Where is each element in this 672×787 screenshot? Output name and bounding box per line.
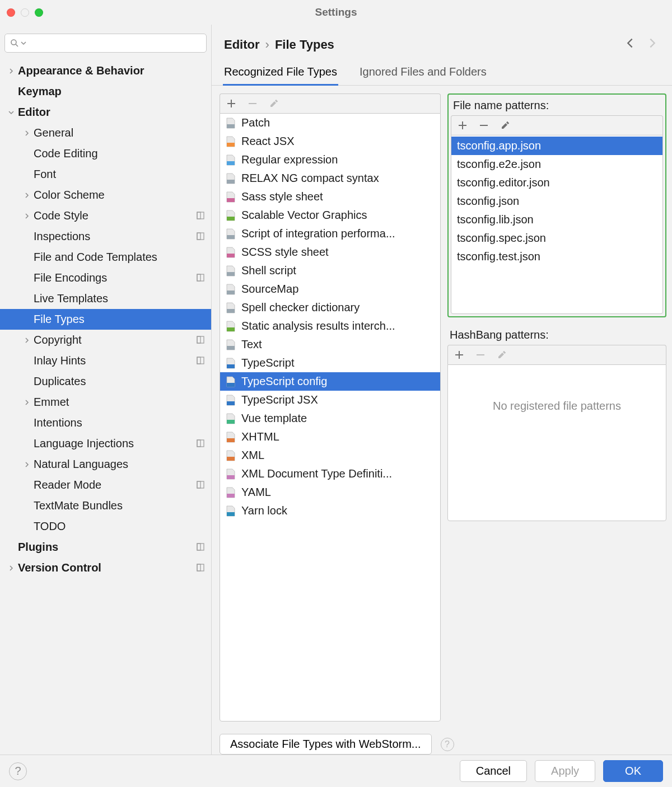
- tab[interactable]: Recognized File Types: [224, 60, 337, 85]
- tree-item[interactable]: TextMate Bundles: [0, 495, 211, 516]
- add-icon[interactable]: [227, 99, 236, 108]
- tree-item[interactable]: Code Editing: [0, 143, 211, 164]
- tree-item[interactable]: File Encodings: [0, 268, 211, 288]
- ok-button[interactable]: OK: [603, 760, 663, 782]
- filetype-row[interactable]: TypeScript JSX: [220, 391, 440, 409]
- chevron-right-icon: [22, 191, 31, 200]
- cancel-button[interactable]: Cancel: [460, 760, 527, 782]
- svg-rect-34: [227, 401, 235, 405]
- hashbang-list[interactable]: No registered file patterns: [447, 364, 666, 521]
- pattern-row[interactable]: tsconfig.app.json: [451, 137, 662, 155]
- remove-icon[interactable]: [476, 350, 485, 359]
- tree-item[interactable]: Font: [0, 164, 211, 185]
- filetype-label: TypeScript: [241, 357, 294, 369]
- back-button[interactable]: [624, 37, 636, 52]
- tree-item[interactable]: Color Scheme: [0, 185, 211, 205]
- file-pattern-label: File name patterns:: [451, 97, 663, 115]
- pattern-row[interactable]: tsconfig.lib.json: [451, 210, 662, 229]
- breadcrumb: Editor › File Types: [224, 38, 624, 52]
- chevron-down-icon: [21, 40, 26, 46]
- scope-icon: [197, 541, 204, 554]
- filetype-list[interactable]: PatchReact JSXRegular expressionRELAX NG…: [220, 113, 441, 722]
- edit-icon[interactable]: [269, 99, 278, 108]
- filetype-icon: [226, 339, 236, 350]
- edit-icon[interactable]: [497, 350, 506, 359]
- tree-item[interactable]: Inspections: [0, 226, 211, 247]
- add-icon[interactable]: [458, 121, 467, 130]
- remove-icon[interactable]: [248, 99, 257, 108]
- filetype-row[interactable]: Static analysis results interch...: [220, 317, 440, 335]
- edit-icon[interactable]: [501, 121, 510, 130]
- filetype-icon: [226, 376, 236, 387]
- search-input[interactable]: [4, 34, 207, 53]
- tree-item[interactable]: Copyright: [0, 330, 211, 350]
- tree-item[interactable]: File and Code Templates: [0, 247, 211, 268]
- svg-rect-18: [197, 564, 200, 571]
- tree-item[interactable]: Plugins: [0, 537, 211, 558]
- filetype-label: Patch: [241, 116, 270, 129]
- tree-item[interactable]: Inlay Hints: [0, 350, 211, 371]
- remove-icon[interactable]: [479, 121, 488, 130]
- filetype-row[interactable]: React JSX: [220, 132, 440, 151]
- tree-item[interactable]: Natural Languages: [0, 454, 211, 475]
- search-field[interactable]: [27, 38, 202, 48]
- tree-item[interactable]: Emmet: [0, 392, 211, 413]
- filetype-row[interactable]: XHTML: [220, 428, 440, 446]
- help-icon[interactable]: ?: [441, 738, 454, 751]
- filetype-row[interactable]: Shell script: [220, 261, 440, 280]
- svg-rect-26: [227, 254, 235, 257]
- tree-item-label: Intentions: [34, 416, 82, 429]
- tree-item[interactable]: Appearance & Behavior: [0, 60, 211, 81]
- tree-item[interactable]: Editor: [0, 102, 211, 123]
- filetype-row[interactable]: XML Document Type Definiti...: [220, 465, 440, 483]
- tree-item[interactable]: Keymap: [0, 81, 211, 102]
- pattern-row[interactable]: tsconfig.e2e.json: [451, 155, 662, 174]
- filetype-row[interactable]: Vue template: [220, 409, 440, 428]
- filetype-row[interactable]: TypeScript config: [220, 372, 440, 391]
- tree-item[interactable]: Reader Mode: [0, 475, 211, 495]
- filetype-row[interactable]: Script of integration performa...: [220, 224, 440, 243]
- filetype-row[interactable]: Patch: [220, 114, 440, 132]
- help-icon[interactable]: ?: [9, 762, 27, 780]
- tree-item[interactable]: Duplicates: [0, 371, 211, 392]
- filetype-row[interactable]: Sass style sheet: [220, 188, 440, 206]
- pattern-row[interactable]: tsconfig.test.json: [451, 247, 662, 266]
- apply-button[interactable]: Apply: [535, 760, 595, 782]
- tab[interactable]: Ignored Files and Folders: [360, 60, 487, 85]
- pattern-row[interactable]: tsconfig.json: [451, 192, 662, 210]
- filetype-row[interactable]: SourceMap: [220, 280, 440, 298]
- tree-item[interactable]: General: [0, 123, 211, 143]
- filetype-row[interactable]: Regular expression: [220, 151, 440, 169]
- tree-item[interactable]: Code Style: [0, 205, 211, 226]
- tree-item[interactable]: Intentions: [0, 413, 211, 433]
- associate-filetypes-button[interactable]: Associate File Types with WebStorm...: [220, 734, 432, 755]
- tree-item[interactable]: Live Templates: [0, 288, 211, 309]
- tree-item-label: Plugins: [18, 541, 58, 554]
- filetype-row[interactable]: SCSS style sheet: [220, 243, 440, 261]
- tree-item-label: Version Control: [18, 561, 101, 574]
- filetype-row[interactable]: Scalable Vector Graphics: [220, 206, 440, 224]
- scope-icon: [197, 209, 204, 222]
- tree-item[interactable]: File Types: [0, 309, 211, 330]
- filetype-row[interactable]: Yarn lock: [220, 502, 440, 520]
- file-pattern-list[interactable]: tsconfig.app.jsontsconfig.e2e.jsontsconf…: [451, 135, 663, 314]
- tree-item[interactable]: Language Injections: [0, 433, 211, 454]
- chevron-right-icon: [7, 67, 16, 76]
- add-icon[interactable]: [455, 350, 464, 359]
- pattern-row[interactable]: tsconfig.spec.json: [451, 229, 662, 247]
- svg-rect-20: [227, 143, 235, 147]
- pattern-row[interactable]: tsconfig.editor.json: [451, 174, 662, 192]
- filetype-row[interactable]: XML: [220, 446, 440, 465]
- filetype-label: TypeScript JSX: [241, 394, 318, 406]
- tree-item[interactable]: Version Control: [0, 558, 211, 578]
- tree-item[interactable]: TODO: [0, 516, 211, 537]
- filetype-icon: [226, 469, 236, 480]
- filetype-icon: [226, 450, 236, 461]
- scope-icon: [197, 479, 204, 491]
- filetype-row[interactable]: Text: [220, 335, 440, 354]
- filetype-row[interactable]: Spell checker dictionary: [220, 298, 440, 317]
- svg-rect-38: [227, 475, 235, 479]
- filetype-row[interactable]: RELAX NG compact syntax: [220, 169, 440, 188]
- filetype-row[interactable]: YAML: [220, 483, 440, 502]
- filetype-row[interactable]: TypeScript: [220, 354, 440, 372]
